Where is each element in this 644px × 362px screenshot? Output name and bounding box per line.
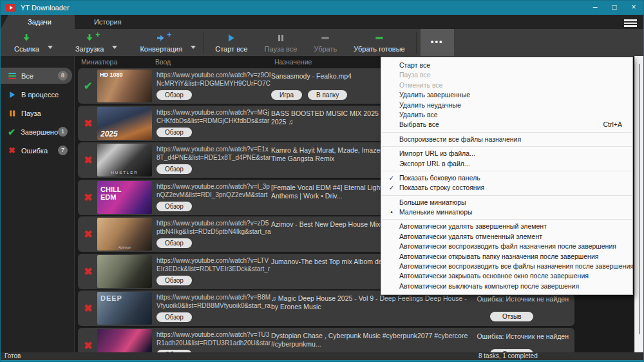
- video-thumbnail: HUSTLER: [97, 144, 152, 176]
- source-url: https://www.youtube.com/watch?v=I_3pnQZ2…: [156, 183, 271, 200]
- close-button[interactable]: ×: [624, 1, 643, 15]
- link-dropdown-caret[interactable]: [48, 46, 53, 49]
- menu-separator: [382, 171, 632, 171]
- window-title: YT Downloader: [21, 4, 70, 12]
- source-url: https://www.youtube.com/watch?v=zD5ptbN4…: [156, 220, 271, 236]
- error-message: Ошибка: Источник не найден: [477, 295, 569, 303]
- radio-bullet-icon: •: [386, 207, 397, 217]
- video-thumbnail: 2025: [97, 107, 152, 140]
- menu-item-delete-all[interactable]: Удалить все: [381, 110, 632, 120]
- tab-tasks[interactable]: Задачи: [1, 15, 75, 29]
- menu-item-import-urls[interactable]: Импорт URL из файла...: [381, 149, 632, 158]
- status-success-icon: ✔: [84, 80, 92, 92]
- toolbar: Ссылка + Загрузка + Конвертация Старт вс…: [1, 29, 643, 56]
- task-count-text: 8 tasks, 1 completed: [478, 352, 538, 360]
- pause-all-button: Пауза все: [256, 29, 305, 56]
- menu-item-select-all[interactable]: Выбрать все Ctrl+A: [381, 120, 632, 129]
- maximize-button[interactable]: □: [605, 1, 624, 15]
- browse-button[interactable]: Обзор: [156, 90, 192, 100]
- menu-item-auto-delete-completed[interactable]: Автоматически удалять завершенный элемен…: [381, 222, 632, 231]
- menu-item-auto-delete-cancelled[interactable]: Автоматически удалять отмененный элемент: [381, 232, 632, 242]
- video-thumbnail: DEEP: [97, 292, 152, 325]
- sidebar-item-in-progress[interactable]: В процессе: [1, 86, 72, 102]
- source-url: https://www.youtube.com/watch?v=LTVEIr3E…: [156, 257, 271, 274]
- menu-item-large-thumbnails[interactable]: Большие миниатюры: [381, 198, 632, 207]
- status-error-icon: ✖: [84, 191, 92, 204]
- menu-item-auto-open-folder[interactable]: Автоматически открывать папку назначения…: [381, 252, 632, 262]
- sidebar-item-completed[interactable]: ✔ Завершено 1: [1, 124, 72, 140]
- menu-item-show-sidebar[interactable]: ✓ Показать боковую панель: [381, 173, 632, 183]
- menu-item-small-thumbnails[interactable]: • Маленькие миниатюры: [381, 207, 632, 217]
- status-error-icon: ✖: [84, 117, 92, 129]
- error-message: Ошибка: Источник не найден: [477, 332, 569, 340]
- play-file-button[interactable]: Игра: [271, 90, 302, 100]
- remove-completed-dash-icon: [374, 33, 384, 44]
- menu-item-auto-shutdown[interactable]: Автоматически выключать компьютер после …: [381, 281, 632, 291]
- sidebar-item-error[interactable]: ✖ Ошибка 7: [1, 142, 72, 158]
- scrollbar-thumb[interactable]: [639, 64, 640, 334]
- context-menu: Старт все Пауза все Отменить все Удалить…: [381, 57, 633, 295]
- menu-item-auto-close-window[interactable]: Автоматически закрывать основное окно по…: [381, 271, 632, 281]
- video-thumbnail: Azimov: [97, 218, 152, 251]
- feedback-button[interactable]: Отзыв: [490, 312, 533, 321]
- sidebar-item-all[interactable]: Все 8: [1, 68, 72, 84]
- play-icon: [6, 91, 17, 99]
- remove-completed-button[interactable]: Убрать готовые: [345, 29, 413, 56]
- destination-name: ♫ Magic Deep House 2025 - Vol 9 - Deep F…: [271, 294, 472, 311]
- open-folder-button[interactable]: В папку: [308, 90, 347, 100]
- shortcut-label: Ctrl+A: [603, 120, 622, 129]
- menu-item-auto-play-all-files[interactable]: Автоматически воспроизводить все файлы н…: [381, 262, 632, 271]
- play-icon: [226, 33, 236, 44]
- vertical-scrollbar[interactable]: [634, 56, 643, 352]
- status-error-icon: ✖: [84, 228, 92, 240]
- menu-item-delete-failed[interactable]: Удалить неудачные: [381, 100, 632, 110]
- browse-button[interactable]: Обзор: [156, 202, 192, 211]
- count-badge: 1: [58, 127, 68, 137]
- menu-item-export-urls[interactable]: Экспорт URL в файл...: [381, 159, 632, 169]
- column-header-destination: Назначение: [274, 58, 312, 66]
- menu-item-play-all-destinations[interactable]: Воспроизвести все файлы назначения: [381, 135, 632, 144]
- menu-separator: [382, 132, 632, 133]
- video-thumbnail: [97, 329, 152, 352]
- conversion-dropdown-caret[interactable]: [191, 46, 196, 49]
- check-icon: ✔: [6, 127, 17, 137]
- add-conversion-button[interactable]: + Конвертация: [131, 29, 191, 56]
- tab-history[interactable]: История: [75, 15, 141, 29]
- column-header-input: Ввод: [155, 58, 171, 66]
- destination-name: Dystopian Chase , Cyberpunk Music #cyber…: [271, 332, 472, 348]
- menu-item-delete-completed[interactable]: Удалить завершенные: [381, 90, 632, 100]
- start-all-button[interactable]: Старт все: [207, 29, 256, 56]
- cross-icon: ✖: [6, 146, 17, 155]
- add-link-button[interactable]: Ссылка: [6, 29, 48, 56]
- status-error-icon: ✖: [84, 339, 92, 352]
- app-window: YT Downloader – □ × Задачи История Ссылк…: [0, 0, 644, 362]
- status-text: Готов: [5, 352, 21, 360]
- remove-dash-icon: [320, 33, 330, 44]
- browse-button[interactable]: Обзор: [156, 312, 192, 322]
- browse-button[interactable]: Обзор: [156, 164, 192, 174]
- menu-item-start-all[interactable]: Старт все: [381, 61, 632, 70]
- hamburger-menu-icon[interactable]: [624, 18, 637, 28]
- browse-button[interactable]: Обзор: [156, 276, 192, 285]
- add-download-button[interactable]: + Загрузка: [67, 29, 112, 56]
- download-dropdown-caret[interactable]: [112, 46, 117, 49]
- menu-separator: [382, 195, 632, 196]
- toolbar-separator: [416, 32, 417, 53]
- source-url: https://www.youtube.com/watch?v=MGjCHKfd…: [156, 109, 271, 126]
- title-bar: YT Downloader – □ ×: [1, 1, 643, 15]
- menu-item-auto-play-file[interactable]: Автоматически воспроизводить файл назнач…: [381, 242, 632, 251]
- more-options-button[interactable]: •••: [421, 29, 454, 56]
- minimize-button[interactable]: –: [585, 1, 605, 15]
- browse-button[interactable]: Обзор: [156, 128, 192, 137]
- remove-button: Убрать: [305, 29, 345, 56]
- task-row[interactable]: ✖ DEEP https://www.youtube.com/watch?v=B…: [78, 291, 574, 326]
- source-url: https://www.youtube.com/watch?v=z9OINcMR…: [156, 71, 271, 88]
- sidebar-item-paused[interactable]: Пауза: [1, 105, 72, 121]
- browse-button[interactable]: Обзор: [156, 238, 192, 248]
- video-thumbnail: CHILL EDM: [97, 181, 152, 214]
- task-row[interactable]: ✖ https://www.youtube.com/watch?v=TU3R1a…: [78, 328, 574, 352]
- menu-separator: [382, 219, 632, 220]
- count-badge: 8: [58, 71, 68, 81]
- count-badge: 7: [58, 146, 68, 155]
- menu-item-show-statusbar[interactable]: ✓ Показать строку состояния: [381, 183, 632, 193]
